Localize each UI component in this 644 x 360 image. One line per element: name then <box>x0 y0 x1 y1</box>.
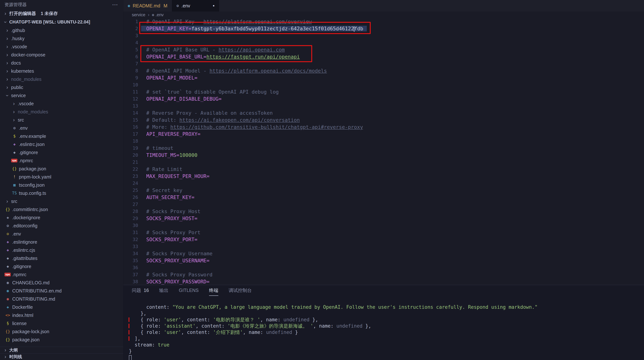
code-line-3[interactable]: 3 <box>123 32 644 39</box>
terminal-output[interactable]: content: "You are ChatGPT, a large langu… <box>123 296 644 360</box>
tree-folder-.husky[interactable]: ›.husky <box>0 34 123 42</box>
tree-file-.eslintrc.cjs[interactable]: ❖.eslintrc.cjs <box>0 246 123 254</box>
code-line-12[interactable]: 12OPENAI_API_DISABLE_DEBUG= <box>123 95 644 102</box>
code-line-26[interactable]: 26AUTH_SECRET_KEY= <box>123 194 644 201</box>
breadcrumb-item-service[interactable]: service <box>132 12 145 17</box>
code-line-31[interactable]: 31# Socks Proxy Port <box>123 229 644 236</box>
tree-file-CONTRIBUTING.md[interactable]: ◉CONTRIBUTING.md <box>0 295 123 303</box>
gear-icon: ⚙ <box>11 126 18 130</box>
code-line-7[interactable]: 7 <box>123 60 644 67</box>
tree-folder-.vscode[interactable]: ›.vscode <box>0 42 123 51</box>
sidebar-section-时间线[interactable]: ›时间线 <box>0 353 123 360</box>
panel-tab-终端[interactable]: 终端 <box>209 285 218 296</box>
tree-file-.npmrc[interactable]: npm.npmrc <box>0 156 123 165</box>
code-line-15[interactable]: 15# Default: https://ai.fakeopen.com/api… <box>123 117 644 124</box>
tree-file-.gitattributes[interactable]: ◆.gitattributes <box>0 254 123 262</box>
code-line-2[interactable]: 2OPENAI_API_KEY=fastgpt-y6b3axfbdd5wyp01… <box>123 25 644 32</box>
code-line-35[interactable]: 35SOCKS_PROXY_USERNAME= <box>123 257 644 264</box>
tree-file-pnpm-lock.yaml[interactable]: !pnpm-lock.yaml <box>0 173 123 181</box>
code-line-20[interactable]: 20TIMEOUT_MS=100000 <box>123 152 644 159</box>
tree-folder-service[interactable]: ›service <box>0 91 123 99</box>
tree-file-.env.example[interactable]: $.env.example <box>0 132 123 140</box>
tree-folder-node_modules[interactable]: ›node_modules <box>0 108 123 116</box>
code-line-33[interactable]: 33 <box>123 243 644 250</box>
panel-tab-调试控制台[interactable]: 调试控制台 <box>229 285 252 296</box>
line-number: 22 <box>123 166 138 173</box>
tree-file-tsup.config.ts[interactable]: TStsup.config.ts <box>0 189 123 197</box>
tree-file-.gitignore[interactable]: ◆.gitignore <box>0 262 123 271</box>
code-line-21[interactable]: 21 <box>123 159 644 166</box>
code-line-38[interactable]: 38SOCKS_PROXY_PASSWORD= <box>123 278 644 285</box>
tree-file-index.html[interactable]: <>index.html <box>0 311 123 319</box>
tree-folder-kubernetes[interactable]: ›kubernetes <box>0 67 123 75</box>
tree-file-CONTRIBUTING.en.md[interactable]: ◉CONTRIBUTING.en.md <box>0 287 123 295</box>
panel-tab-输出[interactable]: 输出 <box>159 285 168 296</box>
tree-file-package-lock.json[interactable]: {}package-lock.json <box>0 328 123 336</box>
code-line-4[interactable]: 4 <box>123 39 644 46</box>
tree-folder-public[interactable]: ›public <box>0 83 123 91</box>
tree-file-package.json[interactable]: {}package.json <box>0 165 123 173</box>
tree-file-.gitignore[interactable]: ◆.gitignore <box>0 148 123 156</box>
tree-folder-node_modules[interactable]: ›node_modules <box>0 75 123 83</box>
workspace-header[interactable]: › CHATGPT-WEB [WSL: UBUNTU-22.04] <box>0 18 123 26</box>
tree-file-.env[interactable]: ⚙.env <box>0 230 123 238</box>
line-number: 25 <box>123 187 138 194</box>
code-line-5[interactable]: 5# OpenAI API Base URL - https://api.ope… <box>123 46 644 53</box>
code-line-36[interactable]: 36 <box>123 264 644 271</box>
problems-count-badge: 16 <box>144 288 149 293</box>
code-line-37[interactable]: 37# Socks Proxy Password <box>123 271 644 278</box>
tree-folder-.vscode[interactable]: ›.vscode <box>0 99 123 108</box>
code-line-18[interactable]: 18 <box>123 138 644 145</box>
tree-file-.editorconfig[interactable]: ⚙.editorconfig <box>0 222 123 230</box>
tree-file-license[interactable]: §license <box>0 319 123 328</box>
code-line-1[interactable]: 1# OpenAI API Key - https://platform.ope… <box>123 18 644 25</box>
code-line-23[interactable]: 23MAX_REQUEST_PER_HOUR= <box>123 173 644 180</box>
tree-file-.env[interactable]: ⚙.env <box>0 124 123 132</box>
code-line-13[interactable]: 13 <box>123 102 644 109</box>
code-line-6[interactable]: 6OPENAI_API_BASE_URL=https://fastgpt.run… <box>123 53 644 60</box>
tree-file-.eslintignore[interactable]: ❖.eslintignore <box>0 238 123 246</box>
code-line-9[interactable]: 9OPENAI_API_MODEL= <box>123 74 644 81</box>
tree-folder-docs[interactable]: ›docs <box>0 59 123 67</box>
code-line-24[interactable]: 24 <box>123 180 644 187</box>
code-line-14[interactable]: 14# Reverse Proxy - Available on accessT… <box>123 109 644 117</box>
tree-file-tsconfig.json[interactable]: ▦tsconfig.json <box>0 181 123 189</box>
tree-file-.npmrc[interactable]: npm.npmrc <box>0 271 123 279</box>
tab-README.md[interactable]: ◉README.mdM <box>123 0 172 11</box>
line-number: 8 <box>123 67 138 74</box>
tree-file-Dockerfile[interactable]: ◈Dockerfile <box>0 303 123 311</box>
code-line-34[interactable]: 34# Socks Proxy Username <box>123 250 644 257</box>
code-line-16[interactable]: 16# More: https://github.com/transitive-… <box>123 124 644 131</box>
code-line-22[interactable]: 22# Rate Limit <box>123 166 644 173</box>
tab-.env[interactable]: ⚙.env● <box>172 0 219 11</box>
code-line-17[interactable]: 17API_REVERSE_PROXY= <box>123 131 644 138</box>
code-line-27[interactable]: 27 <box>123 201 644 208</box>
code-line-28[interactable]: 28# Socks Proxy Host <box>123 208 644 215</box>
red-mark-icon <box>128 336 130 341</box>
more-actions-icon[interactable]: ⋯ <box>112 1 118 8</box>
tree-file-CHANGELOG.md[interactable]: ◉CHANGELOG.md <box>0 279 123 287</box>
code-line-30[interactable]: 30 <box>123 222 644 229</box>
tree-folder-src[interactable]: ›src <box>0 197 123 205</box>
tree-folder-.github[interactable]: ›.github <box>0 26 123 34</box>
code-line-19[interactable]: 19# timeout <box>123 145 644 152</box>
code-line-32[interactable]: 32SOCKS_PROXY_PORT= <box>123 236 644 243</box>
tree-file-package.json[interactable]: {}package.json <box>0 336 123 344</box>
panel-tab-问题[interactable]: 问题16 <box>132 285 149 296</box>
code-line-25[interactable]: 25# Secret key <box>123 187 644 194</box>
tree-file-.commitlintrc.json[interactable]: {}.commitlintrc.json <box>0 205 123 214</box>
panel-tab-GITLENS[interactable]: GITLENS <box>179 285 199 296</box>
tree-file-.dockerignore[interactable]: ◈.dockerignore <box>0 214 123 222</box>
sidebar-section-大纲[interactable]: ›大纲 <box>0 347 123 353</box>
breadcrumb-item-.env[interactable]: ⚙.env <box>152 12 164 17</box>
tree-folder-docker-compose[interactable]: ›docker-compose <box>0 51 123 59</box>
code-line-10[interactable]: 10 <box>123 81 644 88</box>
code-line-11[interactable]: 11# set `true` to disable OpenAI API deb… <box>123 88 644 95</box>
tree-folder-src[interactable]: ›src <box>0 116 123 124</box>
open-editors-header[interactable]: › 打开的编辑器 1 未保存 <box>0 9 123 18</box>
editor-pane[interactable]: 1# OpenAI API Key - https://platform.ope… <box>123 18 644 285</box>
code-line-8[interactable]: 8# OpenAI API Model - https://platform.o… <box>123 67 644 74</box>
tree-file-.eslintrc.json[interactable]: ❖.eslintrc.json <box>0 140 123 148</box>
code-line-29[interactable]: 29SOCKS_PROXY_HOST= <box>123 215 644 222</box>
terminal-line: { role: 'user', content: '介绍下剧情', name: … <box>123 329 644 336</box>
